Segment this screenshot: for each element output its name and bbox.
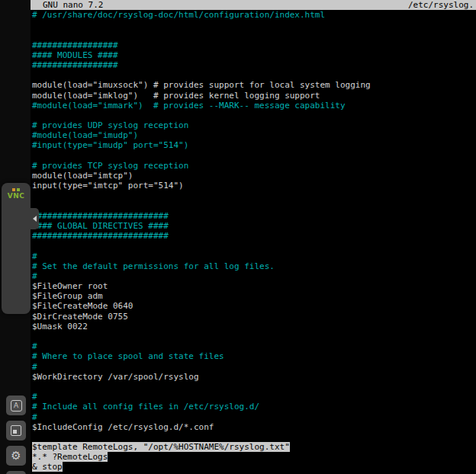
editor-line: # Set the default permissions for all lo…: [32, 261, 476, 271]
editor-line: ###########################: [32, 211, 476, 221]
editor-line: # provides TCP syslog reception: [32, 161, 476, 171]
editor-line: #: [32, 271, 476, 281]
terminal-window[interactable]: GNU nano 7.2 /etc/rsyslog. # /usr/share/…: [31, 0, 476, 474]
editor-line: $WorkDirectory /var/spool/rsyslog: [32, 372, 476, 382]
editor-line: #module(load="immark") # provides --MARK…: [32, 101, 476, 110]
power-button[interactable]: [6, 471, 26, 474]
editor-line: [32, 201, 476, 211]
editor-line: [32, 241, 476, 251]
editor-line: #: [32, 362, 476, 372]
settings-button[interactable]: ⚙: [6, 446, 26, 466]
editor-line: $FileGroup adm: [32, 291, 476, 301]
editor-line: *.* ?RemoteLogs: [32, 452, 476, 462]
editor-line: [32, 20, 476, 30]
editor-line: ###########################: [32, 231, 476, 241]
gear-icon: ⚙: [11, 450, 21, 462]
editor-line: $FileOwner root: [32, 281, 476, 291]
editor-content[interactable]: # /usr/share/doc/rsyslog-doc/html/config…: [32, 10, 476, 472]
editor-line: #: [32, 251, 476, 261]
editor-line: [32, 30, 476, 40]
panel-collapse-handle[interactable]: [31, 208, 39, 229]
editor-line: $IncludeConfig /etc/rsyslog.d/*.conf: [32, 422, 476, 432]
clipboard-icon: A: [11, 400, 22, 412]
editor-line: #module(load="imudp"): [32, 130, 476, 140]
editor-line: [32, 110, 476, 120]
editor-line: [32, 331, 476, 341]
editor-line: [32, 151, 476, 161]
editor-line: $DirCreateMode 0755: [32, 312, 476, 322]
editor-line: module(load="imtcp"): [32, 171, 476, 181]
editor-line: module(load="imklog") # provides kernel …: [32, 91, 476, 101]
editor-line: #### GLOBAL DIRECTIVES ####: [32, 221, 476, 231]
editor-line: #: [32, 341, 476, 351]
screen: GNU nano 7.2 /etc/rsyslog. # /usr/share/…: [0, 0, 476, 474]
editor-line: #### MODULES ####: [32, 50, 476, 60]
editor-line: #################: [32, 60, 476, 70]
editor-line: [32, 432, 476, 442]
editor-line: #################: [32, 40, 476, 50]
editor-line: # /usr/share/doc/rsyslog-doc/html/config…: [32, 10, 476, 20]
nano-filename-label: /etc/rsyslog.: [408, 0, 474, 10]
logo-dot-orange: [12, 188, 15, 191]
nano-titlebar: GNU nano 7.2 /etc/rsyslog.: [31, 0, 476, 10]
editor-line: # Include all config files in /etc/rsysl…: [32, 402, 476, 412]
editor-line: $Umask 0022: [32, 322, 476, 331]
novnc-control-bar: VNC A ⚙: [2, 183, 31, 314]
fullscreen-button[interactable]: [6, 421, 26, 440]
novnc-logo-text: VNC: [2, 192, 31, 200]
logo-dot-green: [17, 188, 20, 191]
chevron-left-icon: [33, 216, 37, 222]
editor-line: #: [32, 412, 476, 422]
editor-line: [32, 191, 476, 200]
editor-line: [32, 382, 476, 392]
editor-line: #input(type="imudp" port="514"): [32, 140, 476, 150]
editor-line: input(type="imtcp" port="514"): [32, 181, 476, 191]
clipboard-button[interactable]: A: [6, 396, 26, 415]
editor-line: module(load="imuxsock") # provides suppo…: [32, 80, 476, 90]
fullscreen-icon: [11, 425, 21, 436]
editor-line: # provides UDP syslog reception: [32, 120, 476, 130]
editor-line: $template RemoteLogs, "/opt/%HOSTNAME%/r…: [32, 442, 476, 452]
novnc-logo: VNC: [2, 188, 31, 200]
editor-line: & stop: [32, 462, 476, 472]
editor-line: # Where to place spool and state files: [32, 351, 476, 361]
editor-line: $FileCreateMode 0640: [32, 301, 476, 311]
editor-line: #: [32, 392, 476, 402]
nano-version-label: GNU nano 7.2: [43, 0, 103, 10]
editor-line: [32, 70, 476, 80]
